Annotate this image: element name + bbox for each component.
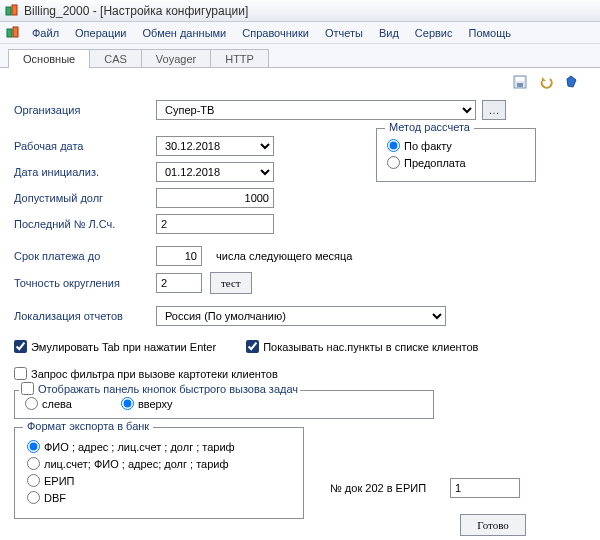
rounding-input[interactable] [156,273,202,293]
menu-service[interactable]: Сервис [407,25,461,41]
menu-file[interactable]: Файл [24,25,67,41]
tab-cas[interactable]: CAS [89,49,142,68]
organization-browse-button[interactable]: … [482,100,506,120]
export-opt4-radio[interactable] [27,491,40,504]
test-button[interactable]: тест [210,272,252,294]
quick-panel-fieldset: Отображать панель кнопок быстрого вызова… [14,390,434,419]
label-payment-due: Срок платежа до [14,250,156,262]
tab-emulate-label: Эмулировать Tab при нажатии Enter [31,341,216,353]
export-opt1-radio[interactable] [27,440,40,453]
export-opt2-radio[interactable] [27,457,40,470]
show-localities-label: Показывать нас.пункты в списке клиентов [263,341,478,353]
working-date-select[interactable]: 30.12.2018 [156,136,274,156]
organization-select[interactable]: Супер-ТВ [156,100,476,120]
menu-view[interactable]: Вид [371,25,407,41]
erip-doc-input[interactable] [450,478,520,498]
debt-limit-input[interactable] [156,188,274,208]
menu-help[interactable]: Помощь [461,25,520,41]
export-fieldset: Формат экспорта в банк ФИО ; адрес ; лиц… [14,427,304,519]
tab-voyager[interactable]: Voyager [141,49,211,68]
tab-main[interactable]: Основные [8,49,90,68]
label-erip-doc: № док 202 в ЕРИП [330,482,450,494]
method-prepay-radio[interactable] [387,156,400,169]
erip-area: № док 202 в ЕРИП [330,478,520,512]
svg-rect-2 [7,29,12,37]
filter-prompt-checkbox[interactable] [14,367,27,380]
undo-icon[interactable] [538,74,554,90]
method-fact-label: По факту [404,140,452,152]
menu-reports[interactable]: Отчеты [317,25,371,41]
method-legend: Метод рассчета [385,121,474,133]
tab-panel-main: Организация Супер-ТВ … Рабочая дата 30.1… [0,67,600,540]
svg-rect-3 [13,27,18,37]
label-working-date: Рабочая дата [14,140,156,152]
export-opt2-label: лиц.счет; ФИО ; адрес; долг ; тариф [44,458,229,470]
save-icon[interactable] [512,74,528,90]
export-opt3-radio[interactable] [27,474,40,487]
done-button[interactable]: Готово [460,514,526,536]
init-date-select[interactable]: 01.12.2018 [156,162,274,182]
menu-operations[interactable]: Операции [67,25,134,41]
label-report-locale: Локализация отчетов [14,310,156,322]
show-localities-checkbox[interactable] [246,340,259,353]
panel-top-radio[interactable] [121,397,134,410]
label-organization: Организация [14,104,156,116]
method-prepay-label: Предоплата [404,157,466,169]
menu-directories[interactable]: Справочники [234,25,317,41]
panel-top-label: вверху [138,398,173,410]
method-fact-radio[interactable] [387,139,400,152]
titlebar: Billing_2000 - [Настройка конфигурации] [0,0,600,22]
svg-rect-5 [516,77,524,81]
panel-left-label: слева [42,398,72,410]
panel-left-radio[interactable] [25,397,38,410]
export-legend: Формат экспорта в банк [23,420,153,432]
label-payment-due-suffix: числа следующего месяца [216,250,352,262]
help-icon[interactable] [564,74,580,90]
menu-data-exchange[interactable]: Обмен данными [135,25,235,41]
svg-rect-6 [517,83,523,87]
svg-rect-1 [12,5,17,15]
menubar: Файл Операции Обмен данными Справочники … [0,22,600,44]
menu-icon [4,26,22,40]
panel-toolbar [512,74,580,90]
quick-panel-label: Отображать панель кнопок быстрого вызова… [38,383,298,395]
export-opt3-label: ЕРИП [44,475,75,487]
quick-panel-checkbox[interactable] [21,382,34,395]
label-debt-limit: Допустимый долг [14,192,156,204]
label-init-date: Дата инициализ. [14,166,156,178]
payment-due-input[interactable] [156,246,202,266]
tab-http[interactable]: HTTP [210,49,269,68]
export-opt1-label: ФИО ; адрес ; лиц.счет ; долг ; тариф [44,441,235,453]
svg-rect-0 [6,7,11,15]
last-account-input[interactable] [156,214,274,234]
window-title: Billing_2000 - [Настройка конфигурации] [24,4,248,18]
filter-prompt-label: Запрос фильтра при вызове картотеки клие… [31,368,278,380]
tab-strip: Основные CAS Voyager HTTP [0,44,600,67]
label-rounding: Точность округления [14,277,156,289]
tab-emulate-checkbox[interactable] [14,340,27,353]
export-opt4-label: DBF [44,492,66,504]
report-locale-select[interactable]: Россия (По умолчанию) [156,306,446,326]
app-icon [4,3,20,19]
label-last-account: Последний № Л.Сч. [14,218,156,230]
method-fieldset: Метод рассчета По факту Предоплата [376,128,536,182]
